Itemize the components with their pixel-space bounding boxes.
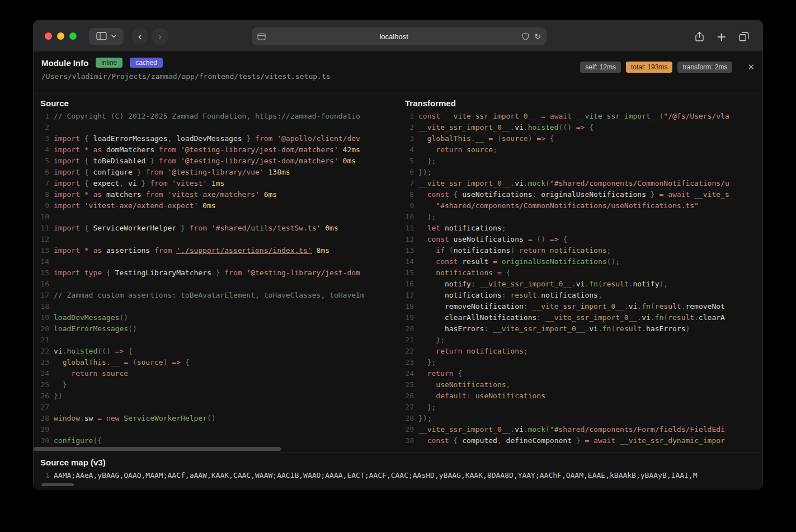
page-settings-icon[interactable] xyxy=(257,33,266,40)
code-line: 14 xyxy=(34,256,398,267)
token-str: '@apollo/client/dev xyxy=(272,134,360,143)
token-plain: vi xyxy=(515,123,524,131)
code-line: 23 }; xyxy=(398,357,762,368)
token-punct: . xyxy=(524,123,528,131)
code-text: globalThis.__ = (source) => { xyxy=(418,133,554,144)
code-line: 2 xyxy=(34,122,398,133)
token-punct: : xyxy=(524,302,533,310)
token-kw: return xyxy=(418,369,454,378)
tab-overview-icon[interactable] xyxy=(739,32,749,41)
token-var: useNotifications xyxy=(475,392,545,400)
code-text: import { ServiceWorkerHelper } from '#sh… xyxy=(54,223,338,234)
token-plain: vi xyxy=(515,425,524,434)
token-var: __ xyxy=(111,358,120,366)
window-zoom-button[interactable] xyxy=(69,32,77,40)
new-tab-icon[interactable]: + xyxy=(717,30,727,44)
back-button[interactable]: ‹ xyxy=(131,28,148,45)
forward-button[interactable]: › xyxy=(152,28,168,45)
token-plain: computed xyxy=(462,436,497,445)
module-path: /Users/vladimir/Projects/zammad/app/fron… xyxy=(41,72,331,81)
token-plain: notifications xyxy=(440,224,502,232)
token-var: source xyxy=(502,134,528,143)
token-var: source xyxy=(462,145,493,154)
token-kw: from xyxy=(150,179,167,187)
line-number: 22 xyxy=(34,346,49,357)
code-text: __vite_ssr_import_0__.vi.mock("#shared/c… xyxy=(418,424,725,435)
token-punct: (() xyxy=(97,347,115,355)
code-line: 14 const result = originalUseNotificatio… xyxy=(398,256,762,267)
token-plain: notifications xyxy=(454,246,511,255)
token-plain: defineComponent xyxy=(506,436,572,445)
code-line: 22 return notifications; xyxy=(398,346,762,357)
token-time: 42ms xyxy=(338,145,360,154)
line-number: 28 xyxy=(398,413,414,424)
token-func: mock xyxy=(528,425,545,434)
toolbar-right-buttons: + xyxy=(695,21,762,52)
transformed-code[interactable]: 1const __vite_ssr_import_0__ = await __v… xyxy=(398,111,762,453)
token-kw: => xyxy=(576,123,585,131)
reload-icon[interactable]: ↻ xyxy=(534,32,541,41)
code-line: 12 xyxy=(34,234,398,245)
token-var: result xyxy=(655,302,681,310)
close-icon[interactable]: ✕ xyxy=(747,62,755,72)
token-var: __vite_ssr_import_0__ xyxy=(418,179,510,187)
token-punct: { xyxy=(80,224,93,232)
token-time: 0ms xyxy=(338,157,356,165)
token-punct: { xyxy=(454,369,463,378)
token-punct: { xyxy=(545,134,554,143)
token-punct: } xyxy=(211,269,224,277)
token-var: notifications xyxy=(418,269,493,277)
token-punct: . xyxy=(624,302,629,310)
line-number: 24 xyxy=(398,368,414,379)
share-icon[interactable] xyxy=(695,31,704,42)
token-plain: notify xyxy=(633,280,660,288)
nav-buttons: ‹ › xyxy=(131,28,168,45)
token-func: loadDevMessages xyxy=(54,313,119,322)
token-var: source xyxy=(97,369,128,378)
token-plain xyxy=(572,112,576,120)
source-code[interactable]: 1// Copyright (C) 2012-2025 Zammad Found… xyxy=(34,111,398,453)
token-punct: , xyxy=(497,436,506,445)
sourcemap-title: Source map (v3) xyxy=(34,453,762,470)
token-punct: . xyxy=(629,280,633,288)
code-text: import * as assertions from './support/a… xyxy=(54,245,329,256)
token-kw: => xyxy=(115,347,124,355)
line-number: 4 xyxy=(34,144,49,156)
code-text: __vite_ssr_import_0__.vi.hoisted(() => { xyxy=(418,122,594,133)
code-text: __vite_ssr_import_0__.vi.mock("#shared/c… xyxy=(418,178,729,189)
source-hscrollbar[interactable] xyxy=(34,447,281,451)
line-number: 30 xyxy=(34,435,49,446)
sourcemap-line: 1 AAMA;AAeA,yBAAG,QAAQ,MAAM;AACf,aAAW,KA… xyxy=(34,470,762,481)
window-close-button[interactable] xyxy=(45,32,52,40)
code-text: removeNotification: __vite_ssr_import_0_… xyxy=(418,301,725,312)
line-number: 26 xyxy=(34,390,49,402)
token-kw: => xyxy=(550,235,559,243)
code-line: 1const __vite_ssr_import_0__ = await __v… xyxy=(398,111,762,122)
code-line: 13 if (notifications) return notificatio… xyxy=(398,245,762,256)
code-panels: Source 1// Copyright (C) 2012-2025 Zamma… xyxy=(34,93,762,453)
sourcemap-content: AAMA;AAeA,yBAAG,QAAQ,MAAM;AACf,aAAW,KAAK… xyxy=(54,470,698,481)
code-text: window.sw = new ServiceWorkerHelper() xyxy=(54,413,216,424)
token-punct: : xyxy=(467,392,475,400)
address-bar[interactable]: localhost ↻ xyxy=(252,27,547,45)
sourcemap-hscrollbar[interactable] xyxy=(41,483,74,486)
code-text: hasErrors: __vite_ssr_import_0__.vi.fn(r… xyxy=(418,323,690,335)
line-number: 9 xyxy=(34,200,49,211)
code-line: 6}); xyxy=(398,167,762,178)
privacy-shield-icon[interactable] xyxy=(522,32,529,40)
token-punct: ( xyxy=(651,302,655,310)
code-line: 15import type { TestingLibraryMatchers }… xyxy=(34,267,398,279)
token-kw: = await xyxy=(585,436,615,445)
token-plain: result xyxy=(458,257,488,266)
token-var: useNotifications xyxy=(418,380,506,389)
token-kw: = xyxy=(484,134,493,143)
code-line: 28window.sw = new ServiceWorkerHelper() xyxy=(34,413,398,424)
line-number: 25 xyxy=(398,379,414,390)
token-var: result xyxy=(602,280,629,288)
code-text: import * as matchers from 'vitest-axe/ma… xyxy=(54,189,277,200)
line-number: 12 xyxy=(398,234,414,245)
window-minimize-button[interactable] xyxy=(57,32,64,40)
module-link[interactable]: './support/assertions/index.ts' xyxy=(176,246,312,255)
sidebar-toggle-button[interactable] xyxy=(89,28,124,45)
token-plain: ServiceWorkerHelper xyxy=(93,224,176,232)
